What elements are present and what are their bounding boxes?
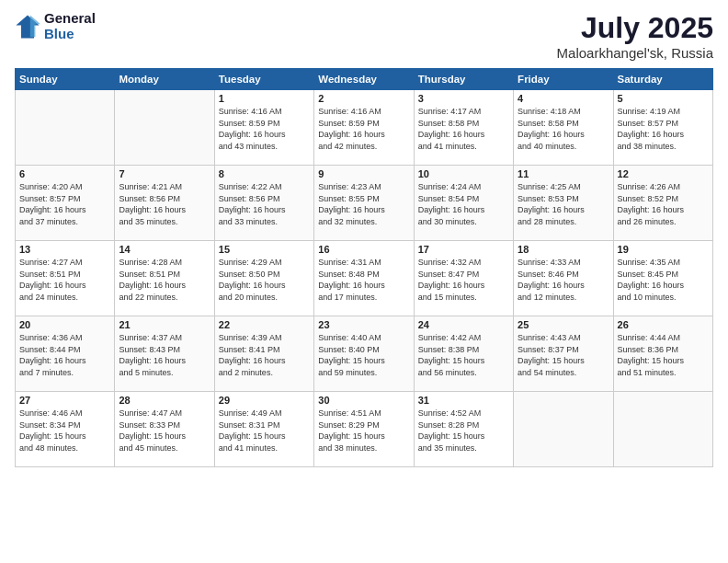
logo: General Blue [15, 11, 96, 41]
calendar-cell: 25Sunrise: 4:43 AM Sunset: 8:37 PM Dayli… [514, 316, 613, 392]
day-detail: Sunrise: 4:33 AM Sunset: 8:46 PM Dayligh… [518, 257, 609, 303]
calendar-week-row: 13Sunrise: 4:27 AM Sunset: 8:51 PM Dayli… [16, 241, 713, 316]
day-number: 25 [518, 319, 609, 330]
day-number: 15 [219, 244, 310, 255]
day-number: 16 [318, 244, 409, 255]
calendar-week-row: 20Sunrise: 4:36 AM Sunset: 8:44 PM Dayli… [16, 316, 713, 392]
calendar-cell: 12Sunrise: 4:26 AM Sunset: 8:52 PM Dayli… [613, 166, 712, 241]
day-number: 21 [119, 319, 210, 330]
calendar-cell: 4Sunrise: 4:18 AM Sunset: 8:58 PM Daylig… [514, 90, 613, 166]
day-detail: Sunrise: 4:20 AM Sunset: 8:57 PM Dayligh… [19, 181, 110, 227]
calendar-week-row: 6Sunrise: 4:20 AM Sunset: 8:57 PM Daylig… [16, 166, 713, 241]
day-detail: Sunrise: 4:22 AM Sunset: 8:56 PM Dayligh… [219, 181, 310, 227]
day-detail: Sunrise: 4:37 AM Sunset: 8:43 PM Dayligh… [119, 332, 210, 378]
day-detail: Sunrise: 4:17 AM Sunset: 8:58 PM Dayligh… [418, 106, 509, 152]
day-detail: Sunrise: 4:47 AM Sunset: 8:33 PM Dayligh… [119, 408, 210, 454]
day-number: 14 [119, 244, 210, 255]
day-number: 19 [618, 244, 709, 255]
day-number: 2 [318, 93, 409, 104]
calendar-cell: 29Sunrise: 4:49 AM Sunset: 8:31 PM Dayli… [214, 392, 313, 467]
day-detail: Sunrise: 4:21 AM Sunset: 8:56 PM Dayligh… [119, 181, 210, 227]
calendar-cell: 19Sunrise: 4:35 AM Sunset: 8:45 PM Dayli… [613, 241, 712, 316]
day-detail: Sunrise: 4:26 AM Sunset: 8:52 PM Dayligh… [618, 181, 709, 227]
day-number: 6 [19, 168, 110, 179]
col-header-friday: Friday [514, 69, 613, 90]
title-location: Maloarkhangel'sk, Russia [557, 45, 713, 61]
day-detail: Sunrise: 4:46 AM Sunset: 8:34 PM Dayligh… [19, 408, 110, 454]
day-number: 27 [19, 395, 110, 406]
calendar-cell: 3Sunrise: 4:17 AM Sunset: 8:58 PM Daylig… [414, 90, 513, 166]
calendar-cell: 24Sunrise: 4:42 AM Sunset: 8:38 PM Dayli… [414, 316, 513, 392]
calendar-cell: 6Sunrise: 4:20 AM Sunset: 8:57 PM Daylig… [16, 166, 115, 241]
calendar-cell: 14Sunrise: 4:28 AM Sunset: 8:51 PM Dayli… [115, 241, 214, 316]
day-number: 31 [418, 395, 509, 406]
calendar-cell: 27Sunrise: 4:46 AM Sunset: 8:34 PM Dayli… [16, 392, 115, 467]
calendar-cell: 18Sunrise: 4:33 AM Sunset: 8:46 PM Dayli… [514, 241, 613, 316]
day-detail: Sunrise: 4:31 AM Sunset: 8:48 PM Dayligh… [318, 257, 409, 303]
day-detail: Sunrise: 4:35 AM Sunset: 8:45 PM Dayligh… [618, 257, 709, 303]
day-detail: Sunrise: 4:16 AM Sunset: 8:59 PM Dayligh… [318, 106, 409, 152]
col-header-tuesday: Tuesday [214, 69, 313, 90]
calendar-cell: 2Sunrise: 4:16 AM Sunset: 8:59 PM Daylig… [314, 90, 414, 166]
logo-icon [15, 14, 40, 40]
calendar-cell: 31Sunrise: 4:52 AM Sunset: 8:28 PM Dayli… [414, 392, 513, 467]
day-number: 4 [518, 93, 609, 104]
logo-blue: Blue [44, 27, 96, 42]
calendar-cell: 1Sunrise: 4:16 AM Sunset: 8:59 PM Daylig… [214, 90, 313, 166]
calendar-week-row: 1Sunrise: 4:16 AM Sunset: 8:59 PM Daylig… [16, 90, 713, 166]
svg-marker-0 [16, 15, 39, 38]
day-detail: Sunrise: 4:44 AM Sunset: 8:36 PM Dayligh… [618, 332, 709, 378]
day-detail: Sunrise: 4:25 AM Sunset: 8:53 PM Dayligh… [518, 181, 609, 227]
day-detail: Sunrise: 4:43 AM Sunset: 8:37 PM Dayligh… [518, 332, 609, 378]
day-detail: Sunrise: 4:39 AM Sunset: 8:41 PM Dayligh… [219, 332, 310, 378]
day-detail: Sunrise: 4:32 AM Sunset: 8:47 PM Dayligh… [418, 257, 509, 303]
day-number: 1 [219, 93, 310, 104]
calendar-cell: 8Sunrise: 4:22 AM Sunset: 8:56 PM Daylig… [214, 166, 313, 241]
calendar-cell [115, 90, 214, 166]
calendar-cell [16, 90, 115, 166]
day-number: 20 [19, 319, 110, 330]
day-number: 9 [318, 168, 409, 179]
day-number: 10 [418, 168, 509, 179]
calendar-cell [613, 392, 712, 467]
day-detail: Sunrise: 4:18 AM Sunset: 8:58 PM Dayligh… [518, 106, 609, 152]
day-number: 24 [418, 319, 509, 330]
day-detail: Sunrise: 4:42 AM Sunset: 8:38 PM Dayligh… [418, 332, 509, 378]
calendar-table: SundayMondayTuesdayWednesdayThursdayFrid… [15, 68, 713, 467]
day-number: 23 [318, 319, 409, 330]
calendar-cell: 11Sunrise: 4:25 AM Sunset: 8:53 PM Dayli… [514, 166, 613, 241]
day-detail: Sunrise: 4:51 AM Sunset: 8:29 PM Dayligh… [318, 408, 409, 454]
calendar-cell: 16Sunrise: 4:31 AM Sunset: 8:48 PM Dayli… [314, 241, 414, 316]
calendar-cell: 28Sunrise: 4:47 AM Sunset: 8:33 PM Dayli… [115, 392, 214, 467]
calendar-cell: 20Sunrise: 4:36 AM Sunset: 8:44 PM Dayli… [16, 316, 115, 392]
col-header-sunday: Sunday [16, 69, 115, 90]
day-detail: Sunrise: 4:24 AM Sunset: 8:54 PM Dayligh… [418, 181, 509, 227]
calendar-cell: 22Sunrise: 4:39 AM Sunset: 8:41 PM Dayli… [214, 316, 313, 392]
title-month: July 2025 [557, 11, 713, 45]
day-detail: Sunrise: 4:19 AM Sunset: 8:57 PM Dayligh… [618, 106, 709, 152]
logo-text: General Blue [44, 11, 96, 41]
col-header-thursday: Thursday [414, 69, 513, 90]
day-number: 22 [219, 319, 310, 330]
calendar-cell: 26Sunrise: 4:44 AM Sunset: 8:36 PM Dayli… [613, 316, 712, 392]
calendar-header-row: SundayMondayTuesdayWednesdayThursdayFrid… [16, 69, 713, 90]
day-detail: Sunrise: 4:52 AM Sunset: 8:28 PM Dayligh… [418, 408, 509, 454]
day-number: 26 [618, 319, 709, 330]
col-header-monday: Monday [115, 69, 214, 90]
day-number: 11 [518, 168, 609, 179]
header: General Blue July 2025 Maloarkhangel'sk,… [15, 11, 713, 61]
day-detail: Sunrise: 4:29 AM Sunset: 8:50 PM Dayligh… [219, 257, 310, 303]
col-header-saturday: Saturday [613, 69, 712, 90]
page: General Blue July 2025 Maloarkhangel'sk,… [0, 0, 728, 563]
day-detail: Sunrise: 4:16 AM Sunset: 8:59 PM Dayligh… [219, 106, 310, 152]
calendar-cell: 30Sunrise: 4:51 AM Sunset: 8:29 PM Dayli… [314, 392, 414, 467]
title-block: July 2025 Maloarkhangel'sk, Russia [557, 11, 713, 61]
day-number: 30 [318, 395, 409, 406]
svg-marker-1 [30, 15, 40, 37]
day-number: 7 [119, 168, 210, 179]
day-detail: Sunrise: 4:36 AM Sunset: 8:44 PM Dayligh… [19, 332, 110, 378]
calendar-week-row: 27Sunrise: 4:46 AM Sunset: 8:34 PM Dayli… [16, 392, 713, 467]
day-number: 13 [19, 244, 110, 255]
day-detail: Sunrise: 4:40 AM Sunset: 8:40 PM Dayligh… [318, 332, 409, 378]
calendar-cell: 10Sunrise: 4:24 AM Sunset: 8:54 PM Dayli… [414, 166, 513, 241]
